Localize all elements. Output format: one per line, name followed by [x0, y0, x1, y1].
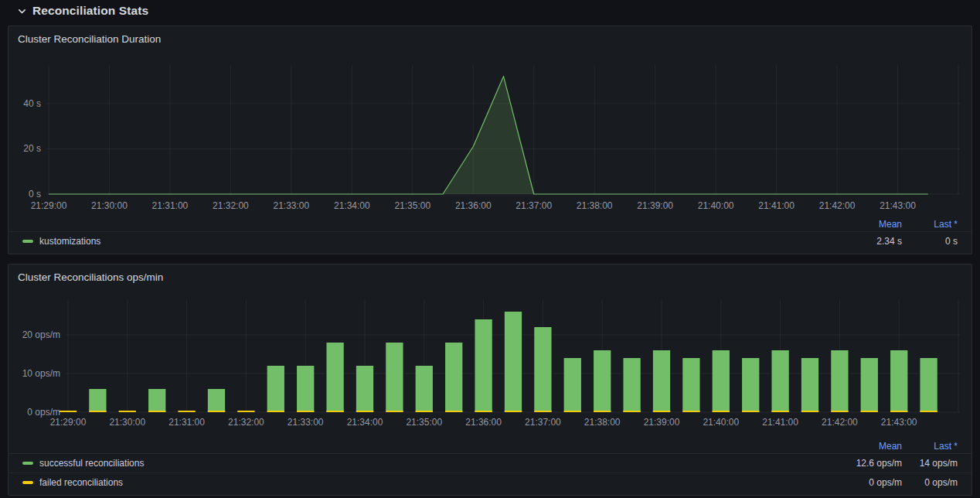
svg-text:21:42:00: 21:42:00	[822, 417, 858, 428]
svg-text:21:34:00: 21:34:00	[334, 200, 370, 211]
panel-cluster-reconciliation-duration: Cluster Reconciliation Duration 0 s20 s4…	[8, 26, 972, 254]
series-color-dash[interactable]	[22, 462, 33, 465]
svg-text:21:36:00: 21:36:00	[465, 417, 502, 428]
legend-row-kustomizations: kustomizations 2.34 s 0 s	[9, 231, 971, 251]
svg-text:21:40:00: 21:40:00	[698, 200, 734, 211]
chevron-down-icon	[17, 6, 27, 16]
series-last-value: 0 s	[902, 236, 958, 247]
legend-header-mean[interactable]: Mean	[825, 441, 902, 452]
svg-text:21:33:00: 21:33:00	[288, 417, 324, 428]
svg-text:20 ops/m: 20 ops/m	[22, 329, 60, 340]
svg-text:0 ops/m: 0 ops/m	[27, 407, 60, 418]
svg-text:20 s: 20 s	[23, 143, 41, 154]
panel-title-duration[interactable]: Cluster Reconciliation Duration	[9, 26, 971, 49]
svg-text:21:29:00: 21:29:00	[50, 417, 87, 428]
series-mean-value: 0 ops/m	[825, 477, 902, 488]
svg-text:21:30:00: 21:30:00	[109, 417, 145, 428]
dashboard-panels: Cluster Reconciliation Duration 0 s20 s4…	[8, 26, 972, 496]
svg-text:10 ops/m: 10 ops/m	[22, 368, 60, 379]
legend-header-last[interactable]: Last *	[902, 219, 958, 230]
svg-text:21:32:00: 21:32:00	[228, 417, 264, 428]
svg-text:21:35:00: 21:35:00	[406, 417, 442, 428]
legend-header-mean[interactable]: Mean	[825, 219, 902, 230]
panel-title-ops[interactable]: Cluster Reconciliations ops/min	[9, 264, 971, 287]
series-label-kustomizations[interactable]: kustomizations	[39, 236, 100, 247]
svg-text:21:29:00: 21:29:00	[31, 200, 67, 211]
svg-text:21:37:00: 21:37:00	[516, 200, 552, 211]
svg-text:0 s: 0 s	[29, 189, 41, 200]
svg-text:21:38:00: 21:38:00	[577, 200, 613, 211]
svg-text:21:43:00: 21:43:00	[880, 200, 916, 211]
svg-text:40 s: 40 s	[23, 98, 41, 109]
legend-header-last[interactable]: Last *	[902, 441, 958, 452]
series-mean-value: 2.34 s	[825, 236, 902, 247]
series-color-dash[interactable]	[22, 481, 33, 484]
svg-text:21:32:00: 21:32:00	[213, 200, 249, 211]
svg-text:21:36:00: 21:36:00	[455, 200, 492, 211]
series-color-dash[interactable]	[22, 240, 33, 243]
duration-area-chart[interactable]: 0 s20 s40 s21:29:0021:30:0021:31:0021:32…	[9, 49, 971, 214]
legend-header: Mean Last *	[9, 438, 971, 453]
svg-text:21:37:00: 21:37:00	[525, 417, 561, 428]
legend-duration: Mean Last * kustomizations 2.34 s 0 s	[9, 217, 971, 254]
legend-row-successful: successful reconciliations 12.6 ops/m 14…	[9, 453, 971, 472]
series-label-successful[interactable]: successful reconciliations	[39, 458, 144, 469]
svg-text:21:31:00: 21:31:00	[168, 417, 205, 428]
section-title: Reconciliation Stats	[32, 4, 148, 18]
svg-text:21:35:00: 21:35:00	[394, 200, 430, 211]
series-last-value: 14 ops/m	[902, 458, 958, 469]
legend-ops: Mean Last * successful reconciliations 1…	[9, 438, 971, 495]
svg-text:21:41:00: 21:41:00	[762, 417, 798, 428]
svg-text:21:39:00: 21:39:00	[637, 200, 673, 211]
svg-text:21:42:00: 21:42:00	[819, 200, 856, 211]
legend-header: Mean Last *	[9, 217, 971, 231]
svg-text:21:34:00: 21:34:00	[347, 417, 383, 428]
reconciliations-bar-chart[interactable]: 0 ops/m10 ops/m20 ops/m21:29:0021:30:002…	[9, 287, 971, 431]
svg-text:21:38:00: 21:38:00	[584, 417, 621, 428]
svg-text:21:31:00: 21:31:00	[152, 200, 189, 211]
svg-text:21:39:00: 21:39:00	[644, 417, 680, 428]
series-mean-value: 12.6 ops/m	[825, 458, 902, 469]
svg-text:21:33:00: 21:33:00	[274, 200, 310, 211]
svg-text:21:41:00: 21:41:00	[758, 200, 795, 211]
series-label-failed[interactable]: failed reconciliations	[39, 477, 123, 488]
legend-row-failed: failed reconciliations 0 ops/m 0 ops/m	[9, 472, 971, 492]
svg-text:21:30:00: 21:30:00	[91, 200, 128, 211]
svg-text:21:43:00: 21:43:00	[881, 417, 917, 428]
svg-text:21:40:00: 21:40:00	[703, 417, 739, 428]
section-header-reconciliation-stats[interactable]: Reconciliation Stats	[0, 0, 980, 22]
series-last-value: 0 ops/m	[902, 477, 958, 488]
panel-cluster-reconciliations-ops: Cluster Reconciliations ops/min 0 ops/m1…	[8, 264, 972, 496]
